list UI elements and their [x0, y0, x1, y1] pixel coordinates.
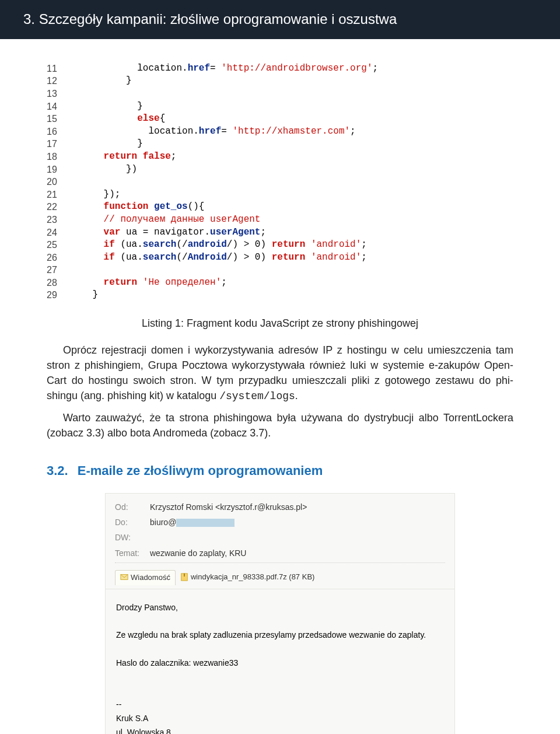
code-listing: 11 location.href= 'http://androidbrowser… — [47, 62, 513, 302]
subject-value: wezwanie do zaplaty, KRU — [150, 547, 246, 559]
code-text: return 'Не определен'; — [70, 277, 513, 289]
email-from-row: Od: Krzysztof Romski <krzysztof.r@kruksa… — [115, 499, 445, 515]
code-text: location.href= 'http://androidbrowser.or… — [70, 62, 513, 75]
message-tab-label: Wiadomość — [131, 572, 170, 583]
from-value: Krzysztof Romski <krzysztof.r@kruksas.pl… — [150, 501, 307, 513]
code-line: 26 if (ua.search(/Android/) > 0) return … — [47, 251, 513, 264]
code-text: }); — [70, 188, 513, 201]
line-number: 15 — [47, 113, 70, 125]
archive-icon — [180, 573, 188, 582]
email-screenshot: Od: Krzysztof Romski <krzysztof.r@kruksa… — [105, 493, 455, 734]
code-line: 12 } — [47, 75, 513, 88]
email-body-line: Ze wzgledu na brak splaty zadluzenia prz… — [116, 628, 444, 642]
code-line: 14 } — [47, 100, 513, 113]
code-text: else{ — [70, 113, 513, 125]
page-content: 11 location.href= 'http://androidbrowser… — [0, 39, 560, 734]
paragraph-2: Warto zauważyć, że ta strona phishingowa… — [47, 410, 513, 441]
line-number: 21 — [47, 188, 70, 201]
para1-code: /system/logs — [219, 390, 295, 402]
subject-label: Temat: — [115, 547, 150, 559]
line-number: 20 — [47, 176, 70, 188]
code-line: 18 return false; — [47, 151, 513, 163]
code-text — [70, 88, 513, 100]
email-body-line — [116, 642, 444, 656]
line-number: 19 — [47, 163, 70, 176]
para2-text: Warto zauważyć, że ta strona phishingowa… — [47, 410, 513, 441]
email-to-row: Do: biuro@ — [115, 515, 445, 530]
code-text: } — [70, 100, 513, 113]
line-number: 13 — [47, 88, 70, 100]
code-text: return false; — [70, 151, 513, 163]
line-number: 26 — [47, 251, 70, 264]
code-text: function get_os(){ — [70, 201, 513, 214]
para1-text-b: . — [295, 390, 298, 401]
line-number: 25 — [47, 239, 70, 251]
code-text: var ua = navigator.userAgent; — [70, 226, 513, 239]
code-line: 27 — [47, 264, 513, 277]
svg-rect-2 — [184, 574, 185, 576]
code-line: 13 — [47, 88, 513, 100]
to-value-text: biuro@ — [150, 518, 176, 527]
email-headers: Od: Krzysztof Romski <krzysztof.r@kruksa… — [106, 494, 454, 567]
line-number: 22 — [47, 201, 70, 214]
section-header: 3. Szczegóły kampanii: złośliwe oprogram… — [0, 0, 560, 39]
to-label: Do: — [115, 516, 150, 528]
code-line: 23 // получаем данные userAgent — [47, 214, 513, 226]
code-text: } — [70, 138, 513, 151]
email-body-line — [116, 670, 444, 684]
code-line: 24 var ua = navigator.userAgent; — [47, 226, 513, 239]
email-body-line: Haslo do zalacznika: wezwanie33 — [116, 656, 444, 670]
code-line: 25 if (ua.search(/android/) > 0) return … — [47, 239, 513, 251]
code-text: if (ua.search(/Android/) > 0) return 'an… — [70, 251, 513, 264]
line-number: 12 — [47, 75, 70, 88]
code-text: // получаем данные userAgent — [70, 214, 513, 226]
line-number: 27 — [47, 264, 70, 277]
line-number: 24 — [47, 226, 70, 239]
code-line: 19 }) — [47, 163, 513, 176]
email-body-line — [116, 684, 444, 698]
redacted-box — [176, 519, 235, 527]
message-tab: Wiadomość — [115, 570, 176, 585]
code-line: 28 return 'Не определен'; — [47, 277, 513, 289]
code-line: 21 }); — [47, 188, 513, 201]
code-text: location.href= 'http://xhamster.com'; — [70, 125, 513, 138]
code-line: 11 location.href= 'http://androidbrowser… — [47, 62, 513, 75]
line-number: 18 — [47, 151, 70, 163]
paragraph-1: Oprócz rejestracji domen i wykorzystywan… — [47, 342, 513, 404]
attachment-filename: windykacja_nr_98338.pdf.7z (87 KB) — [191, 572, 314, 583]
subsection-number: 3.2. — [47, 463, 68, 478]
subsection-title: E-maile ze złośliwym oprogramowaniem — [78, 463, 323, 478]
code-text — [70, 176, 513, 188]
email-body-line: ul. Wolowska 8 — [116, 726, 444, 734]
to-value: biuro@ — [150, 516, 235, 528]
code-line: 17 } — [47, 138, 513, 151]
code-text — [70, 264, 513, 277]
email-body: Drodzy Panstwo, Ze wzgledu na brak splat… — [106, 589, 454, 734]
subsection-heading: 3.2.E-maile ze złośliwym oprogramowaniem — [47, 462, 513, 480]
section-header-text: 3. Szczegóły kampanii: złośliwe oprogram… — [23, 11, 397, 27]
code-text: } — [70, 289, 513, 302]
email-body-line — [116, 614, 444, 628]
code-line: 29 } — [47, 289, 513, 302]
email-body-line: -- — [116, 698, 444, 712]
code-text: }) — [70, 163, 513, 176]
email-cc-row: DW: — [115, 530, 445, 545]
listing-caption: Listing 1: Fragment kodu JavaScript ze s… — [47, 316, 513, 331]
email-attachment-row: Wiadomość windykacja_nr_98338.pdf.7z (87… — [106, 567, 454, 589]
code-text: } — [70, 75, 513, 88]
code-line: 15 else{ — [47, 113, 513, 125]
line-number: 29 — [47, 289, 70, 302]
line-number: 14 — [47, 100, 70, 113]
line-number: 16 — [47, 125, 70, 138]
from-label: Od: — [115, 501, 150, 513]
cc-label: DW: — [115, 532, 150, 543]
code-text: if (ua.search(/android/) > 0) return 'an… — [70, 239, 513, 251]
code-line: 20 — [47, 176, 513, 188]
line-number: 23 — [47, 214, 70, 226]
line-number: 17 — [47, 138, 70, 151]
email-body-line: Kruk S.A — [116, 712, 444, 726]
envelope-icon — [120, 573, 128, 582]
attachment-file: windykacja_nr_98338.pdf.7z (87 KB) — [180, 572, 314, 583]
code-line: 22 function get_os(){ — [47, 201, 513, 214]
line-number: 11 — [47, 62, 70, 75]
